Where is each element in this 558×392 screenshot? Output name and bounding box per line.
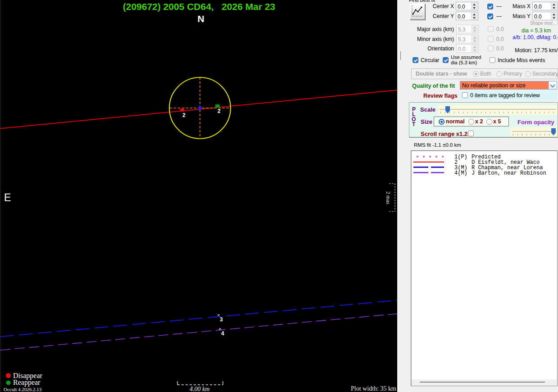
chord-row-predicted[interactable]: 1(P)Predicted [411,154,557,159]
orientation-label: Orientation [411,45,454,52]
chord-list-hscrollbar[interactable] [412,379,557,385]
shape-model-checkbox[interactable] [552,20,558,25]
chord-id: 4(M) [454,170,472,176]
scale-slider-ticks [440,112,556,113]
minor-axis-field [456,35,479,43]
plot-title: (209672) 2005 CD64, 2026 Mar 23 [0,1,398,12]
double-stars-secondary-label: Secondary [532,71,558,77]
rms-fit-label: RMS fit -1.1 ±0.0 km [414,142,461,148]
form-opacity-slider[interactable] [511,127,558,137]
quality-of-fit-value: No reliable position or size [462,82,526,89]
review-flags-value: 0 items are tagged for review [470,92,540,99]
center-y-lock-label: --- [496,13,502,19]
mas-scale-label: 2 mas [385,191,391,204]
scale-slider[interactable] [438,105,558,115]
major-axis-input[interactable] [457,25,472,33]
quality-of-fit-label: Quality of the fit [412,83,455,89]
reappear-legend-label: Reappear [13,378,40,387]
chord-3-number: 3 [220,317,223,322]
splitter-handle[interactable] [400,51,401,60]
use-assumed-dia-checkbox[interactable] [443,57,449,63]
mass-y-stepper[interactable] [551,13,557,19]
chord-2-disappear-number: 2 [182,113,186,118]
chord-list[interactable]: 1(P)Predicted 2D Eisfeldt, near Waco 3(M… [411,150,558,386]
disappear-marker[interactable] [180,108,184,112]
minor-axis-stepper[interactable] [472,36,478,42]
mass-x-input[interactable] [533,2,549,10]
size-normal-radio[interactable] [439,119,445,125]
minor-axis-flag: 0.0 [496,36,504,42]
double-stars-secondary-radio[interactable] [525,71,531,77]
chord-4-dashed-swatch-icon [413,172,444,173]
app-version-label: Occult 4.2026.2.13 [4,387,41,392]
chord-4-line[interactable] [0,314,398,350]
scroll-range-checkbox[interactable] [468,131,474,136]
center-x-checkbox[interactable] [487,4,493,9]
chord-row-2[interactable]: 2D Eisfeldt, near Waco [411,159,557,165]
minor-axis-label: Minor axis (km) [411,36,454,42]
center-y-checkbox[interactable] [487,14,493,19]
plot-controls-box: P L O T Scale Size normal x 2 x 5 Form o… [409,102,558,137]
orientation-input[interactable] [457,45,472,53]
major-axis-stepper[interactable] [472,26,478,32]
size-x5-radio[interactable] [486,119,492,125]
mass-x-stepper[interactable] [551,3,557,9]
center-x-lock-label: --- [496,3,502,9]
chord-3-dashed-swatch-icon [413,167,444,168]
size-x5-label: x 5 [493,118,501,125]
chord-list-hscrollbar-thumb[interactable] [420,382,545,383]
center-y-input[interactable] [456,12,472,20]
motion-info: Motion: 17.75 km/s [515,47,558,54]
chord-row-3[interactable]: 3(M)R Chapman, near Lorena [411,165,557,170]
axis-ratio-info: a/b: 1.00, dMag: 0.00 [513,34,558,41]
orientation-stepper[interactable] [472,45,478,52]
double-stars-both-radio[interactable] [473,71,479,77]
chevron-down-icon [550,82,555,87]
mass-y-input[interactable] [533,12,549,20]
review-flags-bar: 0 items are tagged for review [460,91,557,99]
asteroid-center-dot [198,106,202,110]
size-label: Size [421,118,432,125]
major-axis-checkbox[interactable] [488,26,494,32]
chord-4-number: 4 [221,331,224,336]
circular-label: Circular [421,57,439,63]
orientation-flag: 0.0 [496,45,504,52]
orientation-checkbox[interactable] [488,45,494,51]
chord-2-reappear-number: 2 [218,108,221,114]
major-axis-label: Major axis (km) [411,26,454,32]
minor-axis-input[interactable] [457,35,472,43]
form-opacity-slider-track[interactable] [512,131,556,132]
size-x2-radio[interactable] [468,119,474,125]
chord-3-line[interactable] [0,300,398,337]
center-y-field [456,12,478,20]
reappear-dot-icon [6,380,11,385]
plot-vertical-letter-t: T [412,122,415,127]
reappear-marker[interactable] [215,104,220,108]
quality-of-fit-dropdown[interactable]: No reliable position or size [460,81,557,90]
review-flags-checkbox[interactable] [462,92,468,98]
double-stars-primary-radio[interactable] [496,71,502,77]
plot-width-label: Plot width: 35 km [351,385,396,392]
minor-axis-checkbox[interactable] [488,36,494,42]
quality-dropdown-button[interactable] [549,81,557,89]
scale-label: Scale [420,106,436,113]
center-x-stepper[interactable] [471,3,477,9]
scale-slider-track[interactable] [440,109,556,110]
center-y-stepper[interactable] [471,13,477,19]
circular-checkbox[interactable] [413,57,418,63]
double-stars-label: Double stars - show [416,71,467,77]
use-assumed-dia-label-line2: dia (5.3 km) [451,60,477,65]
form-opacity-slider-ticks [513,134,556,135]
chord-2-solid-swatch-icon [413,162,444,162]
find-best-fit-group-label: Find Best fit [409,0,435,3]
double-stars-primary-label: Primary [504,71,522,77]
use-assumed-dia-label-line1: Use assumed [451,54,481,60]
best-fit-button[interactable] [410,4,425,20]
include-miss-events-checkbox[interactable] [490,57,495,63]
occultation-plot[interactable]: (209672) 2005 CD64, 2026 Mar 23 N E 2 2 … [0,0,397,392]
form-opacity-label: Form opacity [517,119,554,126]
center-x-input[interactable] [456,2,472,10]
occultation-plot-canvas[interactable] [0,0,398,392]
chord-row-4[interactable]: 4(M)J Barton, near Robinson [411,170,557,176]
major-axis-flag: 0.0 [496,26,504,32]
